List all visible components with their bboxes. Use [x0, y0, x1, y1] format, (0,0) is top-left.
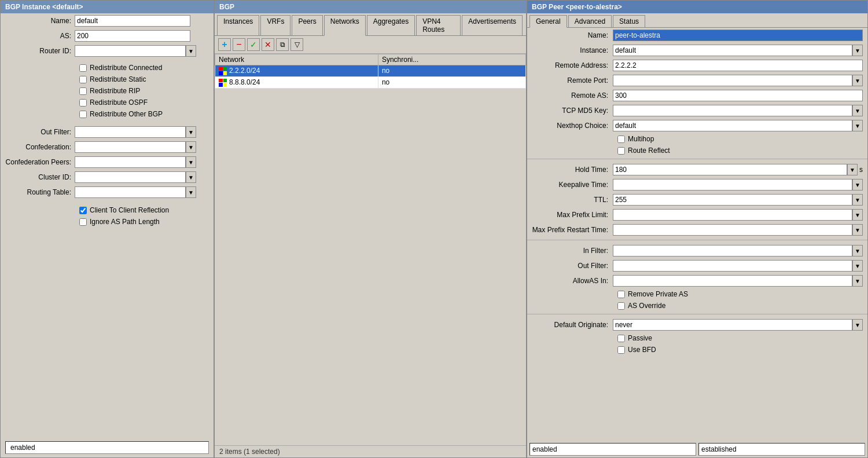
cluster-id-dropdown[interactable] [75, 171, 186, 183]
route-reflect-checkbox[interactable] [617, 147, 625, 155]
confederation-peers-dropdown-btn[interactable]: ▼ [186, 156, 196, 168]
left-panel-title: BGP Instance <default> [5, 3, 83, 11]
hold-time-dropdown[interactable]: 180 ▼ [613, 164, 858, 175]
routing-table-dropdown[interactable] [75, 186, 186, 198]
bgp-peer-panel: BGP Peer <peer-to-alestra> General Advan… [527, 0, 868, 458]
tab-instances[interactable]: Instances [217, 15, 259, 35]
col-synchroni[interactable]: Synchroni... [378, 54, 525, 65]
table-row[interactable]: 2.2.2.0/24 no [215, 65, 526, 77]
ignore-as-checkbox[interactable] [79, 218, 87, 226]
passive-checkbox[interactable] [617, 335, 625, 342]
tcp-md5-dropdown[interactable]: ▼ [613, 105, 863, 116]
remote-address-input[interactable] [613, 60, 863, 71]
network-cell: 8.8.8.0/24 [215, 76, 378, 88]
cluster-id-dropdown-btn[interactable]: ▼ [186, 171, 196, 183]
client-reflection-checkbox[interactable] [79, 207, 87, 214]
tab-peers[interactable]: Peers [292, 15, 322, 35]
use-bfd-checkbox[interactable] [617, 346, 625, 354]
right-bottom-bars: enabled established [527, 441, 867, 457]
ttl-dropdown-btn[interactable]: ▼ [852, 194, 863, 206]
route-reflect-label: Route Reflect [628, 146, 670, 155]
redist-rip-checkbox[interactable] [79, 87, 87, 95]
name-label: Name: [5, 17, 75, 25]
redist-bgp-row: Redistribute Other BGP [1, 108, 214, 120]
table-row[interactable]: 8.8.8.0/24 no [215, 76, 526, 88]
confederation-dropdown[interactable] [75, 141, 186, 153]
remove-button[interactable]: − [233, 38, 245, 51]
allowas-label: AllowAS In: [532, 277, 613, 285]
tab-vpn4routes[interactable]: VPN4 Routes [416, 15, 461, 35]
cancel-button[interactable]: ✕ [262, 38, 274, 51]
default-originate-dropdown[interactable]: never ▼ [613, 319, 863, 331]
right-panel-tabs-bar: General Advanced Status [527, 13, 867, 28]
bgp-instance-panel: BGP Instance <default> Name: AS: Router … [0, 0, 214, 458]
remote-as-row: Remote AS: [527, 88, 867, 103]
allowas-dropdown-btn[interactable]: ▼ [852, 275, 863, 287]
tab-general[interactable]: General [529, 15, 567, 28]
max-prefix-restart-dropdown-btn[interactable]: ▼ [852, 224, 863, 236]
ttl-dropdown[interactable]: 255 ▼ [613, 194, 863, 206]
in-filter-dropdown[interactable]: ▼ [613, 245, 863, 257]
keepalive-dropdown-btn[interactable]: ▼ [852, 179, 863, 190]
peer-instance-dropdown-btn[interactable]: ▼ [852, 45, 863, 56]
duplicate-button[interactable]: ⧉ [276, 38, 289, 51]
allowas-dropdown[interactable]: ▼ [613, 275, 863, 287]
routerid-dropdown[interactable] [75, 45, 186, 57]
remote-as-input[interactable] [613, 90, 863, 101]
redist-ospf-checkbox[interactable] [79, 99, 87, 107]
peer-out-filter-dropdown[interactable]: ▼ [613, 260, 863, 272]
redist-connected-checkbox[interactable] [79, 64, 87, 72]
remote-port-dropdown[interactable]: ▼ [613, 75, 863, 86]
right-panel-title: BGP Peer <peer-to-alestra> [532, 3, 622, 11]
filter-button[interactable]: ▽ [290, 38, 303, 51]
max-prefix-dropdown-btn[interactable]: ▼ [852, 209, 863, 221]
max-prefix-restart-dropdown[interactable]: ▼ [613, 224, 863, 236]
confederation-peers-dropdown[interactable] [75, 156, 186, 168]
out-filter-row: Out Filter: ▼ [1, 124, 214, 140]
in-filter-dropdown-btn[interactable]: ▼ [852, 245, 863, 257]
tab-aggregates[interactable]: Aggregates [367, 15, 415, 35]
out-filter-dropdown-btn[interactable]: ▼ [186, 126, 196, 138]
as-input[interactable] [75, 30, 190, 42]
tab-status[interactable]: Status [613, 15, 645, 27]
tab-vrfs[interactable]: VRFs [260, 15, 290, 35]
routing-table-row: Routing Table: ▼ [1, 185, 214, 200]
nexthop-label: Nexthop Choice: [532, 122, 613, 130]
tab-networks[interactable]: Networks [324, 15, 366, 36]
redist-static-checkbox[interactable] [79, 76, 87, 83]
tab-advanced[interactable]: Advanced [568, 15, 612, 27]
routing-table-dropdown-btn[interactable]: ▼ [186, 186, 196, 198]
max-prefix-dropdown[interactable]: ▼ [613, 209, 863, 221]
name-input[interactable] [75, 15, 190, 27]
remote-port-dropdown-btn[interactable]: ▼ [852, 75, 863, 86]
tcp-md5-dropdown-btn[interactable]: ▼ [852, 105, 863, 116]
default-originate-dropdown-btn[interactable]: ▼ [852, 319, 863, 331]
keepalive-dropdown[interactable]: ▼ [613, 179, 863, 190]
confederation-dropdown-btn[interactable]: ▼ [186, 141, 196, 153]
redist-rip-row: Redistribute RIP [1, 85, 214, 97]
peer-instance-row: Instance: default ▼ [527, 43, 867, 58]
peer-instance-dropdown[interactable]: default ▼ [613, 45, 863, 56]
nexthop-dropdown-btn[interactable]: ▼ [852, 120, 863, 131]
tab-advertisements[interactable]: Advertisements [462, 15, 523, 35]
col-network[interactable]: Network [215, 54, 378, 65]
apply-button[interactable]: ✓ [247, 38, 260, 51]
hold-time-dropdown-btn[interactable]: ▼ [847, 164, 858, 175]
out-filter-dropdown[interactable] [75, 126, 186, 138]
allowas-row: AllowAS In: ▼ [527, 273, 867, 288]
routerid-dropdown-btn[interactable]: ▼ [186, 45, 196, 57]
peer-out-filter-dropdown-btn[interactable]: ▼ [852, 260, 863, 272]
client-reflection-row: Client To Client Reflection [1, 204, 214, 216]
peer-name-input[interactable] [613, 30, 863, 41]
bgp-panel: BGP Instances VRFs Peers Networks Aggreg… [214, 0, 527, 458]
right-status-left: enabled [529, 443, 696, 456]
hold-time-suffix: s [858, 166, 863, 174]
add-button[interactable]: + [218, 38, 231, 51]
as-override-checkbox[interactable] [617, 302, 625, 310]
multihop-checkbox[interactable] [617, 135, 625, 143]
nexthop-dropdown[interactable]: default ▼ [613, 120, 863, 131]
redist-bgp-checkbox[interactable] [79, 111, 87, 118]
redist-bgp-label: Redistribute Other BGP [90, 110, 163, 118]
remove-private-checkbox[interactable] [617, 291, 625, 298]
confederation-row: Confederation: ▼ [1, 140, 214, 155]
